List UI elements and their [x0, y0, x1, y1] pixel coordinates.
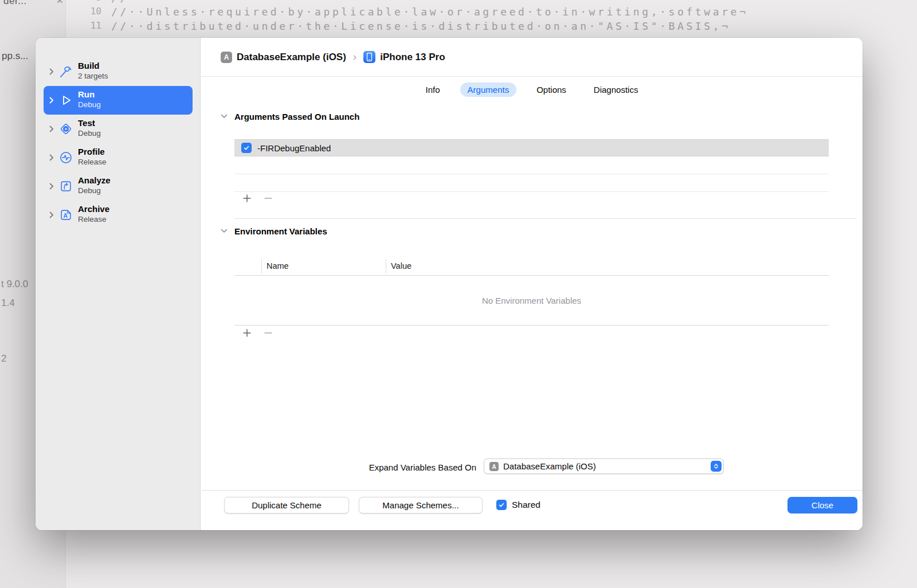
argument-checkbox[interactable]: [241, 143, 252, 153]
chevron-right-icon[interactable]: [49, 97, 54, 104]
sidebar-item-sublabel: Debug: [78, 100, 101, 109]
navigator-file-label[interactable]: pp.s...: [2, 50, 28, 62]
close-button[interactable]: Close: [787, 497, 857, 513]
target-app-icon: A: [489, 462, 499, 471]
sidebar-item-label: Archive: [78, 204, 109, 214]
chevron-right-icon[interactable]: [49, 154, 54, 161]
tab-arguments[interactable]: Arguments: [460, 83, 517, 97]
section-divider: [234, 218, 857, 219]
popup-stepper-icon: [711, 461, 722, 472]
scheme-main-pane: A DatabaseExample (iOS) › iPhone 13 Pro …: [201, 38, 863, 530]
hammer-icon: [58, 64, 73, 79]
environment-table-header: Name Value: [234, 257, 829, 276]
tab-diagnostics[interactable]: Diagnostics: [586, 83, 646, 97]
empty-table-row: [234, 174, 829, 192]
sidebar-item-build[interactable]: Build 2 targets: [44, 57, 193, 86]
column-header-value: Value: [391, 261, 412, 271]
analyze-branch-icon: [58, 179, 73, 194]
navigator-package-version: 2: [1, 353, 6, 364]
dialog-footer: Duplicate Scheme Manage Schemes... Share…: [201, 490, 863, 530]
archive-box-icon: A: [58, 207, 73, 222]
popup-selected-value: DatabaseExample (iOS): [503, 461, 596, 471]
arguments-table: -FIRDebugEnabled: [234, 139, 829, 192]
manage-schemes-button[interactable]: Manage Schemes...: [359, 497, 483, 513]
run-play-icon: [58, 93, 73, 108]
navigator-package-version: 1.4: [1, 297, 15, 309]
environment-table: Name Value No Environment Variables: [234, 257, 829, 326]
column-header-name: Name: [267, 261, 289, 271]
remove-env-variable-button[interactable]: [263, 328, 273, 338]
tab-bar: Info Arguments Options Diagnostics: [201, 76, 863, 102]
breadcrumb: A DatabaseExample (iOS) › iPhone 13 Pro: [221, 38, 445, 76]
device-icon: [363, 51, 375, 63]
code-line: 10 //··Unless·required·by·applicable·law…: [0, 6, 917, 20]
shared-checkbox[interactable]: [496, 500, 507, 510]
sidebar-item-sublabel: 2 targets: [78, 72, 108, 80]
sidebar-item-sublabel: Release: [78, 215, 107, 224]
profile-pulse-icon: [58, 150, 73, 165]
environment-section-title: Environment Variables: [234, 226, 327, 236]
sidebar-item-label: Run: [78, 89, 95, 99]
sidebar-item-profile[interactable]: Profile Release: [44, 143, 193, 172]
expand-variables-label: Expand Variables Based On: [369, 462, 476, 472]
code-line: 11 //··distributed·under·the·License·is·…: [0, 20, 917, 34]
svg-text:A: A: [63, 213, 68, 219]
shared-option: Shared: [496, 500, 540, 510]
tab-options[interactable]: Options: [529, 83, 574, 97]
empty-state-text: No Environment Variables: [482, 296, 581, 305]
argument-label: -FIRDebugEnabled: [257, 143, 331, 153]
add-env-variable-button[interactable]: [242, 328, 252, 338]
sidebar-item-sublabel: Debug: [78, 186, 101, 195]
duplicate-scheme-button[interactable]: Duplicate Scheme: [224, 497, 349, 513]
environment-table-body: No Environment Variables: [234, 276, 829, 326]
sidebar-item-sublabel: Release: [78, 158, 107, 166]
destination-name[interactable]: iPhone 13 Pro: [380, 52, 445, 63]
add-argument-button[interactable]: [242, 193, 252, 203]
disclosure-chevron-icon[interactable]: [221, 114, 228, 119]
sidebar-item-label: Test: [78, 118, 95, 128]
sidebar-item-sublabel: Debug: [78, 129, 101, 138]
arguments-section-title: Arguments Passed On Launch: [234, 112, 359, 121]
expand-variables-popup[interactable]: A DatabaseExample (iOS): [484, 458, 724, 474]
chevron-right-icon[interactable]: [49, 183, 54, 190]
scheme-editor-dialog: Build 2 targets Run Debug Test Debug: [36, 38, 863, 530]
scheme-name[interactable]: DatabaseExample (iOS): [237, 52, 346, 63]
breadcrumb-chevron-icon: ›: [353, 50, 356, 63]
chevron-right-icon[interactable]: [49, 126, 54, 132]
disclosure-chevron-icon[interactable]: [221, 229, 228, 233]
chevron-right-icon[interactable]: [49, 68, 54, 75]
sidebar-item-label: Analyze: [78, 175, 111, 185]
sidebar-item-label: Profile: [78, 147, 105, 156]
sidebar-item-test[interactable]: Test Debug: [44, 115, 193, 143]
shared-label: Shared: [512, 500, 540, 510]
test-diamond-icon: [58, 121, 73, 136]
tab-info[interactable]: Info: [418, 83, 448, 97]
sidebar-item-label: Build: [78, 61, 100, 70]
navigator-package-version: t 9.0.0: [1, 279, 28, 290]
scheme-sidebar: Build 2 targets Run Debug Test Debug: [36, 38, 201, 530]
sidebar-item-archive[interactable]: A Archive Release: [44, 201, 193, 229]
chevron-right-icon[interactable]: [49, 211, 54, 218]
sidebar-item-run[interactable]: Run Debug: [44, 86, 193, 115]
argument-row[interactable]: -FIRDebugEnabled: [234, 139, 829, 156]
remove-argument-button[interactable]: [263, 193, 273, 203]
empty-table-row: [234, 156, 829, 174]
sidebar-item-analyze[interactable]: Analyze Debug: [44, 172, 193, 201]
target-app-icon: A: [221, 52, 232, 63]
